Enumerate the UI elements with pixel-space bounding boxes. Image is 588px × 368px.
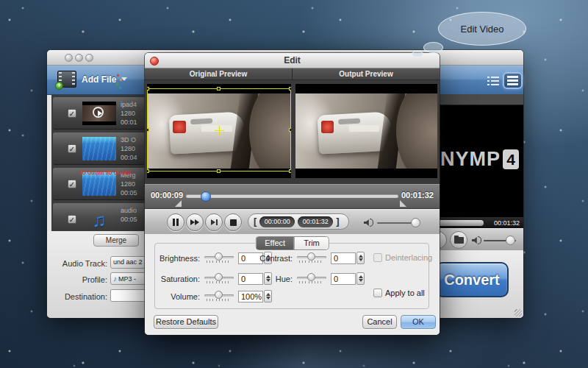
next-frame-button[interactable] xyxy=(205,213,223,231)
saturation-slider[interactable] xyxy=(203,273,235,285)
zoom-button-inactive[interactable] xyxy=(85,54,93,62)
volume-effect-slider[interactable] xyxy=(203,291,235,302)
crop-selection-overlay[interactable] xyxy=(147,88,291,171)
dialog-volume-thumb[interactable] xyxy=(411,218,420,227)
profile-select[interactable]: ♪MP3 - xyxy=(110,272,146,285)
timeline-thumb[interactable] xyxy=(201,191,211,202)
file-name: 3D O xyxy=(121,135,146,144)
preview-headers: Original Preview Output Preview xyxy=(145,68,440,80)
brightness-slider[interactable] xyxy=(203,252,235,264)
volume-label: Volume: xyxy=(154,292,200,301)
timeline-track[interactable] xyxy=(186,194,398,198)
output-preview-frame xyxy=(295,84,437,178)
crop-handle[interactable] xyxy=(289,128,291,132)
fast-forward-button[interactable] xyxy=(186,213,204,231)
trim-end-marker[interactable] xyxy=(400,200,406,207)
restore-defaults-button[interactable]: Restore Defaults xyxy=(154,315,218,329)
crop-handle[interactable] xyxy=(147,169,149,173)
convert-button[interactable]: Convert xyxy=(435,262,509,297)
large-list-view-button[interactable] xyxy=(503,72,523,89)
open-folder-button[interactable] xyxy=(450,231,467,249)
main-seek-bar[interactable]: 00:01:32 xyxy=(440,217,523,228)
scene-wheel xyxy=(396,93,437,169)
effect-panel: Effect Trim Brightness: 0 Contrast: 0 De… xyxy=(145,234,440,335)
cancel-button[interactable]: Cancel xyxy=(362,315,397,329)
trim-start-time: 00:00:00 xyxy=(259,216,295,227)
checkbox-box xyxy=(373,253,382,262)
chevron-down-icon xyxy=(121,77,127,81)
crop-handle[interactable] xyxy=(147,87,149,91)
crop-handle[interactable] xyxy=(289,169,291,173)
preview-top-strip xyxy=(440,94,523,105)
tab-effect[interactable]: Effect xyxy=(256,237,294,250)
file-checkbox[interactable] xyxy=(68,215,76,224)
profile-format-icon: ♪ xyxy=(113,275,117,283)
file-row-1[interactable]: ipad4 1280 00:01 xyxy=(53,97,146,130)
partial-toolbar-icon xyxy=(116,83,118,85)
trim-end-bracket-button[interactable]: ] xyxy=(336,214,339,229)
file-row-4[interactable]: ♫ audio 00:05 xyxy=(53,203,146,231)
apply-to-all-checkbox[interactable]: Apply to all xyxy=(373,289,425,297)
ok-button[interactable]: OK xyxy=(401,315,436,329)
file-info: 3D O 1280 00:04 xyxy=(121,135,146,162)
total-time: 00:01:32 xyxy=(401,191,434,199)
trim-start-marker[interactable] xyxy=(175,200,182,207)
partial-toolbar-icon xyxy=(117,74,119,77)
close-button-inactive[interactable] xyxy=(65,54,73,62)
trim-end-time: 00:01:32 xyxy=(298,216,333,227)
contrast-value[interactable]: 0 xyxy=(331,252,356,264)
checkbox-box xyxy=(373,289,382,297)
tab-trim[interactable]: Trim xyxy=(294,237,329,250)
hue-slider[interactable] xyxy=(295,273,328,285)
plus-badge-icon: + xyxy=(55,82,63,90)
file-checkbox[interactable] xyxy=(68,144,76,153)
scene-license-plate xyxy=(349,125,379,132)
pause-icon xyxy=(173,219,179,226)
3d-output-overlay: 3D Output 3D Output xyxy=(79,170,131,175)
hue-stepper[interactable] xyxy=(356,272,365,285)
pause-button[interactable] xyxy=(167,213,184,231)
contrast-stepper[interactable] xyxy=(356,252,365,264)
main-volume-thumb[interactable] xyxy=(506,236,515,245)
filmstrip-icon: + xyxy=(57,71,76,88)
file-row-3[interactable]: 3D Output 3D Output Merg 1280 00:05 xyxy=(53,168,146,200)
scene-taillight xyxy=(321,121,334,133)
deinterlacing-checkbox[interactable]: Deinterlacing xyxy=(373,253,432,262)
partial-toolbar-icon xyxy=(120,79,122,81)
stop-button[interactable] xyxy=(224,213,242,231)
list-view-button[interactable] xyxy=(486,75,501,87)
file-checkbox[interactable] xyxy=(68,109,76,118)
hue-value[interactable]: 0 xyxy=(331,273,356,285)
merge-button[interactable]: Merge xyxy=(93,234,139,247)
current-time: 00:00:09 xyxy=(151,191,183,199)
video-scene xyxy=(295,93,437,169)
resize-grip[interactable] xyxy=(514,309,522,316)
volume-stepper[interactable] xyxy=(264,290,272,302)
edit-dialog: Edit Original Preview Output Preview xyxy=(145,53,440,335)
destination-field[interactable] xyxy=(110,289,146,302)
video-thumbnail-3d xyxy=(82,172,116,196)
file-duration: 00:05 xyxy=(121,188,146,197)
dialog-title: Edit xyxy=(145,55,440,66)
play-icon xyxy=(93,107,104,118)
crop-handle[interactable] xyxy=(217,169,220,173)
crop-handle[interactable] xyxy=(147,128,149,132)
file-row-2[interactable]: 3D O 1280 00:04 xyxy=(53,132,146,165)
thought-bubble-text: Edit Video xyxy=(460,24,503,35)
file-name: ipad4 xyxy=(121,100,146,109)
fast-forward-icon xyxy=(190,219,199,225)
contrast-slider[interactable] xyxy=(295,252,328,264)
dialog-tabs: Effect Trim xyxy=(255,236,329,250)
profile-label: Profile: xyxy=(47,275,107,284)
crop-handle[interactable] xyxy=(289,87,291,91)
file-checkbox[interactable] xyxy=(68,180,76,188)
minimize-button-inactive[interactable] xyxy=(75,54,83,62)
volume-value[interactable]: 100% xyxy=(238,291,263,302)
trim-start-bracket-button[interactable]: [ xyxy=(254,214,257,229)
audio-track-select[interactable]: und aac 2 xyxy=(110,256,146,269)
anymp4-logo: NYMP 4 xyxy=(440,148,519,171)
main-playback-bar xyxy=(440,228,523,250)
crop-handle[interactable] xyxy=(217,87,220,91)
file-resolution: 1280 xyxy=(121,180,146,188)
audio-track-label: Audio Track: xyxy=(47,259,107,268)
